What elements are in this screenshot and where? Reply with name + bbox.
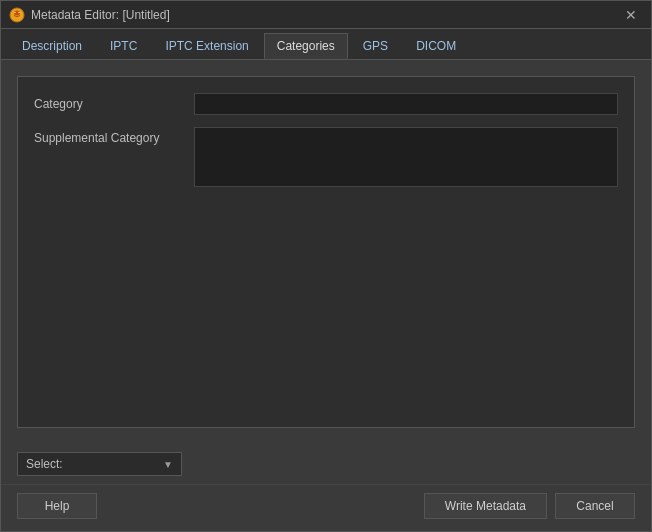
write-metadata-button[interactable]: Write Metadata	[424, 493, 547, 519]
category-row: Category	[34, 93, 618, 115]
supplemental-category-input[interactable]	[194, 127, 618, 187]
window-title: Metadata Editor: [Untitled]	[31, 8, 619, 22]
main-window: Metadata Editor: [Untitled] ✕ Descriptio…	[0, 0, 652, 532]
bottom-bar: Select: ▼	[1, 444, 651, 484]
supplemental-category-row: Supplemental Category	[34, 127, 618, 187]
tab-gps[interactable]: GPS	[350, 33, 401, 59]
cancel-button[interactable]: Cancel	[555, 493, 635, 519]
footer-right: Write Metadata Cancel	[424, 493, 635, 519]
select-dropdown-label: Select:	[26, 457, 163, 471]
title-bar: Metadata Editor: [Untitled] ✕	[1, 1, 651, 29]
main-panel: Category Supplemental Category	[17, 76, 635, 428]
help-button[interactable]: Help	[17, 493, 97, 519]
svg-point-3	[18, 11, 20, 13]
tab-iptc[interactable]: IPTC	[97, 33, 150, 59]
content-area: Category Supplemental Category	[1, 60, 651, 444]
category-label: Category	[34, 93, 194, 111]
svg-point-2	[14, 11, 16, 13]
tab-description[interactable]: Description	[9, 33, 95, 59]
app-icon	[9, 7, 25, 23]
close-button[interactable]: ✕	[619, 6, 643, 24]
tab-dicom[interactable]: DICOM	[403, 33, 469, 59]
footer-left: Help	[17, 493, 97, 519]
select-dropdown[interactable]: Select: ▼	[17, 452, 182, 476]
category-input[interactable]	[194, 93, 618, 115]
tab-bar: Description IPTC IPTC Extension Categori…	[1, 29, 651, 60]
tab-iptc-extension[interactable]: IPTC Extension	[152, 33, 261, 59]
chevron-down-icon: ▼	[163, 459, 173, 470]
tab-categories[interactable]: Categories	[264, 33, 348, 59]
supplemental-category-label: Supplemental Category	[34, 127, 194, 145]
footer: Help Write Metadata Cancel	[1, 484, 651, 531]
